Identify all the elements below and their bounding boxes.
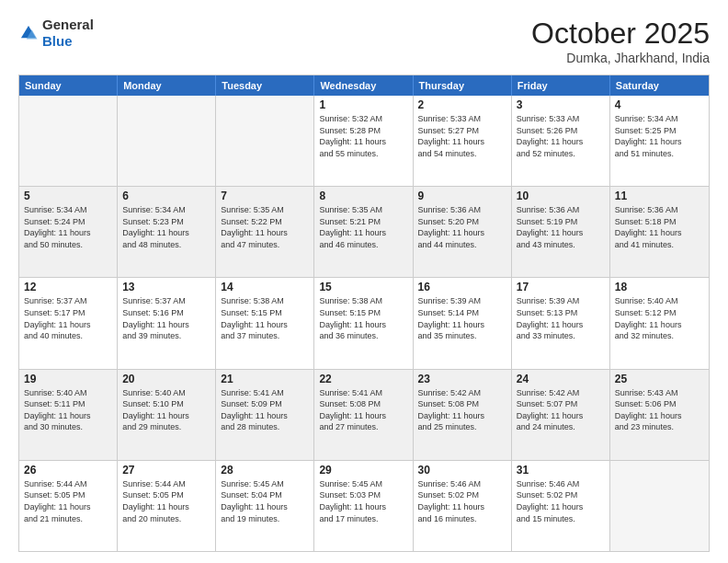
day-info: Sunrise: 5:41 AM Sunset: 5:08 PM Dayligh… <box>319 387 407 433</box>
day-info: Sunrise: 5:33 AM Sunset: 5:27 PM Dayligh… <box>418 113 506 159</box>
calendar: SundayMondayTuesdayWednesdayThursdayFrid… <box>18 75 710 552</box>
day-number: 26 <box>24 464 112 477</box>
day-cell: 1Sunrise: 5:32 AM Sunset: 5:28 PM Daylig… <box>314 96 413 186</box>
day-info: Sunrise: 5:34 AM Sunset: 5:23 PM Dayligh… <box>122 204 210 250</box>
weekday-header: Wednesday <box>314 75 413 96</box>
day-cell: 31Sunrise: 5:46 AM Sunset: 5:02 PM Dayli… <box>512 461 610 551</box>
empty-cell <box>610 461 709 551</box>
day-cell: 3Sunrise: 5:33 AM Sunset: 5:26 PM Daylig… <box>512 96 610 186</box>
day-cell: 15Sunrise: 5:38 AM Sunset: 5:15 PM Dayli… <box>314 278 413 368</box>
day-info: Sunrise: 5:37 AM Sunset: 5:16 PM Dayligh… <box>122 295 210 341</box>
day-number: 10 <box>517 190 605 202</box>
day-number: 24 <box>517 373 605 385</box>
day-info: Sunrise: 5:44 AM Sunset: 5:05 PM Dayligh… <box>122 478 210 524</box>
calendar-header: SundayMondayTuesdayWednesdayThursdayFrid… <box>19 75 709 96</box>
calendar-row: 26Sunrise: 5:44 AM Sunset: 5:05 PM Dayli… <box>19 460 709 551</box>
day-cell: 21Sunrise: 5:41 AM Sunset: 5:09 PM Dayli… <box>216 370 314 460</box>
day-cell: 17Sunrise: 5:39 AM Sunset: 5:13 PM Dayli… <box>512 278 610 368</box>
day-info: Sunrise: 5:42 AM Sunset: 5:07 PM Dayligh… <box>517 387 605 433</box>
day-cell: 8Sunrise: 5:35 AM Sunset: 5:21 PM Daylig… <box>314 187 413 277</box>
day-info: Sunrise: 5:40 AM Sunset: 5:11 PM Dayligh… <box>24 387 112 433</box>
day-number: 6 <box>122 190 210 202</box>
day-number: 17 <box>517 281 605 293</box>
day-info: Sunrise: 5:40 AM Sunset: 5:12 PM Dayligh… <box>615 295 704 341</box>
calendar-row: 5Sunrise: 5:34 AM Sunset: 5:24 PM Daylig… <box>19 186 709 277</box>
day-info: Sunrise: 5:43 AM Sunset: 5:06 PM Dayligh… <box>615 387 704 433</box>
day-number: 30 <box>418 464 506 477</box>
day-number: 25 <box>615 373 704 385</box>
calendar-row: 12Sunrise: 5:37 AM Sunset: 5:17 PM Dayli… <box>19 277 709 368</box>
day-cell: 20Sunrise: 5:40 AM Sunset: 5:10 PM Dayli… <box>118 370 216 460</box>
empty-cell <box>19 96 118 186</box>
day-cell: 24Sunrise: 5:42 AM Sunset: 5:07 PM Dayli… <box>512 370 610 460</box>
day-cell: 19Sunrise: 5:40 AM Sunset: 5:11 PM Dayli… <box>19 370 118 460</box>
day-number: 5 <box>24 190 112 202</box>
day-number: 12 <box>24 281 112 293</box>
day-cell: 28Sunrise: 5:45 AM Sunset: 5:04 PM Dayli… <box>216 461 314 551</box>
day-cell: 11Sunrise: 5:36 AM Sunset: 5:18 PM Dayli… <box>610 187 709 277</box>
month-title: October 2025 <box>531 17 710 51</box>
day-number: 8 <box>319 190 407 202</box>
day-info: Sunrise: 5:41 AM Sunset: 5:09 PM Dayligh… <box>221 387 309 433</box>
day-cell: 29Sunrise: 5:45 AM Sunset: 5:03 PM Dayli… <box>314 461 413 551</box>
day-number: 20 <box>122 373 210 385</box>
day-cell: 14Sunrise: 5:38 AM Sunset: 5:15 PM Dayli… <box>216 278 314 368</box>
day-cell: 12Sunrise: 5:37 AM Sunset: 5:17 PM Dayli… <box>19 278 118 368</box>
day-info: Sunrise: 5:37 AM Sunset: 5:17 PM Dayligh… <box>24 295 112 341</box>
calendar-row: 1Sunrise: 5:32 AM Sunset: 5:28 PM Daylig… <box>19 96 709 186</box>
day-number: 4 <box>615 98 704 111</box>
title-block: October 2025 Dumka, Jharkhand, India <box>531 17 710 65</box>
logo-text: General Blue <box>42 17 94 50</box>
day-number: 27 <box>122 464 210 477</box>
logo-blue: Blue <box>42 33 73 49</box>
day-cell: 22Sunrise: 5:41 AM Sunset: 5:08 PM Dayli… <box>314 370 413 460</box>
weekday-header: Tuesday <box>216 75 314 96</box>
weekday-header: Monday <box>118 75 216 96</box>
logo-general: General <box>42 17 94 32</box>
day-cell: 13Sunrise: 5:37 AM Sunset: 5:16 PM Dayli… <box>118 278 216 368</box>
page: General Blue October 2025 Dumka, Jharkha… <box>0 0 728 563</box>
day-number: 29 <box>319 464 407 477</box>
day-info: Sunrise: 5:35 AM Sunset: 5:22 PM Dayligh… <box>221 204 309 250</box>
day-number: 15 <box>319 281 407 293</box>
header: General Blue October 2025 Dumka, Jharkha… <box>18 17 710 65</box>
day-number: 2 <box>418 98 506 111</box>
day-number: 18 <box>615 281 704 293</box>
day-number: 9 <box>418 190 506 202</box>
day-info: Sunrise: 5:40 AM Sunset: 5:10 PM Dayligh… <box>122 387 210 433</box>
day-cell: 25Sunrise: 5:43 AM Sunset: 5:06 PM Dayli… <box>610 370 709 460</box>
weekday-header: Friday <box>512 75 610 96</box>
day-cell: 9Sunrise: 5:36 AM Sunset: 5:20 PM Daylig… <box>414 187 512 277</box>
day-number: 31 <box>517 464 605 477</box>
day-info: Sunrise: 5:32 AM Sunset: 5:28 PM Dayligh… <box>319 113 407 159</box>
day-info: Sunrise: 5:38 AM Sunset: 5:15 PM Dayligh… <box>319 295 407 341</box>
day-number: 14 <box>221 281 309 293</box>
day-cell: 26Sunrise: 5:44 AM Sunset: 5:05 PM Dayli… <box>19 461 118 551</box>
weekday-header: Sunday <box>19 75 118 96</box>
day-number: 16 <box>418 281 506 293</box>
logo-icon <box>18 23 39 43</box>
day-cell: 10Sunrise: 5:36 AM Sunset: 5:19 PM Dayli… <box>512 187 610 277</box>
day-info: Sunrise: 5:45 AM Sunset: 5:03 PM Dayligh… <box>319 478 407 524</box>
day-info: Sunrise: 5:45 AM Sunset: 5:04 PM Dayligh… <box>221 478 309 524</box>
day-cell: 2Sunrise: 5:33 AM Sunset: 5:27 PM Daylig… <box>414 96 512 186</box>
weekday-header: Thursday <box>414 75 512 96</box>
day-cell: 6Sunrise: 5:34 AM Sunset: 5:23 PM Daylig… <box>118 187 216 277</box>
day-number: 19 <box>24 373 112 385</box>
empty-cell <box>118 96 216 186</box>
day-number: 1 <box>319 98 407 111</box>
day-info: Sunrise: 5:46 AM Sunset: 5:02 PM Dayligh… <box>418 478 506 524</box>
day-cell: 18Sunrise: 5:40 AM Sunset: 5:12 PM Dayli… <box>610 278 709 368</box>
day-info: Sunrise: 5:36 AM Sunset: 5:18 PM Dayligh… <box>615 204 704 250</box>
day-cell: 27Sunrise: 5:44 AM Sunset: 5:05 PM Dayli… <box>118 461 216 551</box>
day-info: Sunrise: 5:34 AM Sunset: 5:25 PM Dayligh… <box>615 113 704 159</box>
day-number: 7 <box>221 190 309 202</box>
day-cell: 30Sunrise: 5:46 AM Sunset: 5:02 PM Dayli… <box>414 461 512 551</box>
day-info: Sunrise: 5:33 AM Sunset: 5:26 PM Dayligh… <box>517 113 605 159</box>
day-info: Sunrise: 5:39 AM Sunset: 5:13 PM Dayligh… <box>517 295 605 341</box>
day-number: 13 <box>122 281 210 293</box>
day-info: Sunrise: 5:36 AM Sunset: 5:19 PM Dayligh… <box>517 204 605 250</box>
day-cell: 16Sunrise: 5:39 AM Sunset: 5:14 PM Dayli… <box>414 278 512 368</box>
day-info: Sunrise: 5:36 AM Sunset: 5:20 PM Dayligh… <box>418 204 506 250</box>
day-cell: 4Sunrise: 5:34 AM Sunset: 5:25 PM Daylig… <box>610 96 709 186</box>
